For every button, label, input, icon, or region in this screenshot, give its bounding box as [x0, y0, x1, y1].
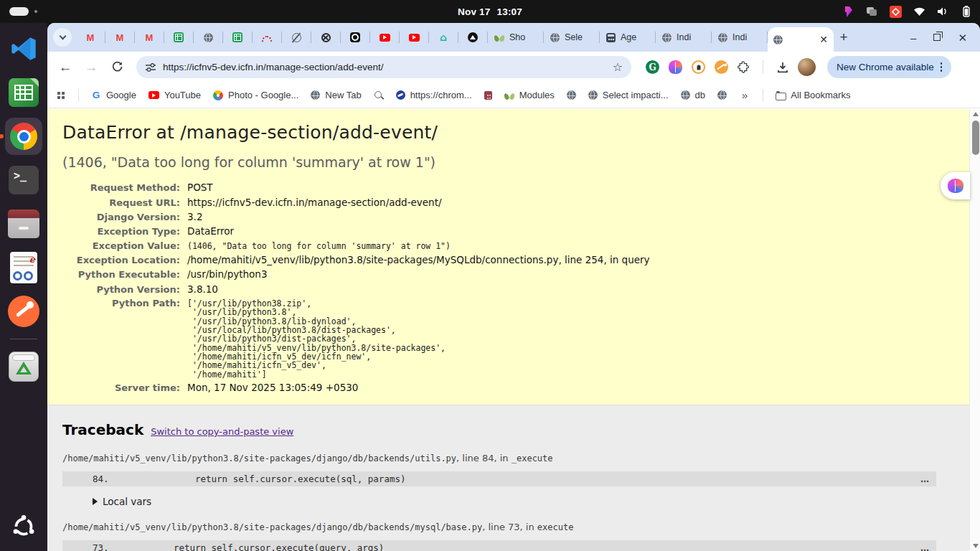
dock-separator — [10, 339, 37, 339]
pinned-tab-openai[interactable] — [311, 25, 340, 50]
pinned-tab-gmail[interactable] — [105, 25, 134, 50]
grammarly-icon[interactable]: G — [646, 60, 659, 74]
pinned-tab-globe[interactable] — [194, 25, 222, 50]
switch-view-link[interactable]: Switch to copy-and-paste view — [151, 426, 293, 437]
dock-item-ubuntu-logo[interactable] — [5, 508, 42, 545]
screenshot-app-icon[interactable] — [842, 5, 854, 18]
forward-button[interactable]: → — [80, 57, 102, 78]
bookmark-new-tab[interactable]: New Tab — [311, 90, 361, 100]
tab-close-icon[interactable]: ✕ — [819, 34, 828, 44]
bookmark-star-icon[interactable]: ☆ — [613, 60, 623, 74]
pinned-tab-red-arc[interactable] — [253, 25, 281, 50]
globe-icon — [662, 33, 672, 42]
reload-button[interactable] — [106, 57, 128, 78]
volume-icon[interactable] — [936, 5, 949, 18]
apps-grid-icon[interactable] — [56, 90, 66, 100]
code-text: return self.cursor.execute(sql, params) — [109, 474, 406, 484]
dock-item-vscode[interactable] — [5, 30, 42, 67]
dock-item-terminal[interactable]: >_ — [5, 161, 42, 199]
summary-row: Server time: Mon, 17 Nov 2025 13:05:49 +… — [47, 380, 969, 395]
restore-button[interactable] — [933, 34, 941, 41]
pinned-tab-sheets[interactable] — [164, 25, 193, 50]
frame-code-line[interactable]: 84. return self.cursor.execute(sql, para… — [62, 471, 936, 486]
ai-brain-icon[interactable] — [669, 60, 682, 74]
system-clock[interactable]: Nov 17 13:07 — [0, 0, 980, 23]
compass-orange-icon[interactable] — [715, 60, 728, 74]
bookmark-select-impacti-[interactable]: Select impacti... — [588, 90, 669, 100]
pinned-tab-dark-app[interactable] — [458, 25, 487, 50]
active-tab[interactable]: ✕ — [768, 27, 834, 52]
scrollbar[interactable] — [969, 109, 980, 551]
menu-dots-icon[interactable] — [941, 62, 943, 72]
bookmark-modules[interactable]: Modules — [504, 90, 555, 100]
battery-icon[interactable] — [960, 5, 973, 18]
toolbar-divider — [763, 60, 763, 74]
back-button[interactable]: ← — [55, 57, 76, 78]
dock-item-libreoffice-calc[interactable] — [5, 74, 42, 111]
window-close-button[interactable]: ✕ — [958, 32, 967, 43]
dock-item-postman[interactable] — [5, 293, 42, 330]
bookmark-globe[interactable] — [567, 90, 576, 100]
scroll-up-arrow-icon[interactable] — [970, 109, 980, 119]
error-summary: DataError at /manage-section/add-event/ … — [47, 109, 969, 405]
new-tab-button[interactable]: + — [834, 27, 854, 47]
frame-code-line[interactable]: 73. return self.cursor.execute(query, ar… — [62, 540, 936, 551]
scroll-down-arrow-icon[interactable] — [970, 541, 980, 551]
bookmark-globe[interactable] — [717, 90, 727, 100]
tab-indi[interactable]: Indi — [712, 25, 767, 50]
search-icon — [374, 90, 384, 100]
page-title: DataError at /manage-section/add-event/ — [62, 122, 969, 143]
bookmark-red-mini[interactable] — [484, 91, 492, 100]
pinned-tab-gmail[interactable] — [76, 25, 105, 50]
extensions-button[interactable] — [732, 57, 754, 78]
summary-value: 3.2 — [187, 211, 969, 222]
tab-search-button[interactable] — [53, 28, 72, 47]
address-bar[interactable]: https://icfnv5-dev.icfn.in/manage-sectio… — [136, 56, 631, 78]
bookmark-google[interactable]: Google — [91, 90, 136, 100]
downloads-button[interactable] — [772, 57, 793, 78]
bookmark-youtube[interactable]: YouTube — [149, 90, 201, 100]
scrollbar-thumb[interactable] — [972, 121, 979, 155]
tab-indi[interactable]: Indi — [656, 25, 711, 50]
tune-icon[interactable] — [145, 62, 156, 73]
tab-age[interactable]: Age — [600, 25, 655, 50]
pinned-tab-sheets[interactable] — [223, 25, 252, 50]
dock-item-files[interactable] — [5, 205, 42, 242]
recorder-icon[interactable] — [889, 5, 902, 18]
tab-sele[interactable]: Sele — [544, 25, 599, 50]
summary-value: /usr/bin/python3 — [187, 268, 969, 280]
tab-title: Indi — [677, 32, 691, 42]
pinned-tab-youtube[interactable] — [370, 25, 399, 50]
summary-label: Request URL: — [47, 197, 180, 208]
all-bookmarks-button[interactable]: All Bookmarks — [776, 90, 850, 100]
minimize-button[interactable]: – — [910, 32, 916, 43]
bookmark-search[interactable] — [374, 90, 384, 100]
ai-assistant-fab[interactable] — [941, 172, 970, 199]
pinned-tab-teal-app[interactable] — [429, 25, 458, 50]
pinned-tab-youtube[interactable] — [400, 25, 428, 50]
bookmark-photo-google-[interactable]: Photo - Google... — [213, 90, 298, 100]
bookmarks-overflow-button[interactable]: » — [739, 89, 750, 101]
dock-item-trash[interactable] — [5, 348, 42, 385]
pinned-tab-chatgpt[interactable] — [341, 25, 369, 50]
bookmark-db[interactable]: db — [681, 90, 705, 100]
profile-avatar[interactable] — [798, 58, 816, 76]
expand-ellipsis[interactable]: … — [920, 474, 929, 484]
globe-icon — [311, 90, 320, 100]
pinned-tab-gmail[interactable] — [135, 25, 164, 50]
dock-item-chrome[interactable] — [5, 118, 42, 155]
local-vars-toggle[interactable]: Local vars — [93, 496, 969, 507]
url-text[interactable]: https://icfnv5-dev.icfn.in/manage-sectio… — [163, 62, 606, 72]
chat-icon[interactable] — [865, 5, 878, 18]
bookmark-https-chrom-[interactable]: https://chrom... — [396, 90, 472, 100]
wifi-icon[interactable] — [913, 5, 925, 18]
dock-item-document-viewer[interactable]: e — [5, 249, 42, 286]
summary-label: Django Version: — [47, 212, 180, 222]
update-chrome-button[interactable]: New Chrome available — [827, 56, 951, 78]
tab-sho[interactable]: Sho — [488, 25, 543, 50]
expand-ellipsis[interactable]: … — [920, 543, 929, 551]
system-tray[interactable] — [842, 0, 973, 23]
clock-time: 13:07 — [496, 6, 522, 17]
pinned-tab-null[interactable] — [282, 25, 311, 50]
tracker-orange-icon[interactable] — [692, 60, 705, 74]
